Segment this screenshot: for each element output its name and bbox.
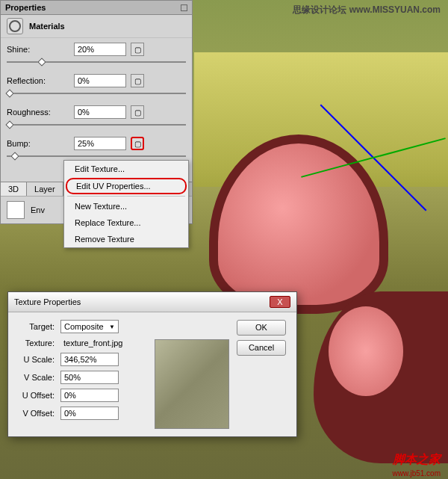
- reflection-label: Reflection:: [7, 76, 74, 85]
- materials-section: Materials: [1, 15, 192, 38]
- dialog-close-button[interactable]: X: [270, 296, 290, 308]
- bump-slider[interactable]: [7, 153, 186, 159]
- materials-icon: [7, 18, 23, 34]
- texture-label: Texture:: [16, 339, 60, 347]
- materials-label: Materials: [29, 22, 65, 31]
- cancel-button[interactable]: Cancel: [237, 340, 286, 356]
- watermark-url: www.jb51.com: [393, 469, 441, 478]
- voffset-label: V Offset:: [16, 409, 60, 418]
- uscale-input[interactable]: [60, 353, 119, 366]
- menu-edit-texture[interactable]: Edit Texture...: [64, 161, 188, 177]
- menu-replace-texture[interactable]: Replace Texture...: [64, 214, 188, 231]
- dialog-title: Texture Properties: [14, 297, 81, 306]
- bump-input[interactable]: [74, 137, 126, 150]
- watermark-bottom: 脚本之家: [393, 452, 441, 468]
- shine-label: Shine:: [7, 45, 74, 54]
- texture-context-menu: Edit Texture... Edit UV Properties... Ne…: [63, 160, 189, 248]
- tab-layer[interactable]: Layer: [27, 182, 63, 196]
- roughness-slider[interactable]: [7, 122, 186, 128]
- vscale-label: V Scale:: [16, 373, 60, 382]
- voffset-input[interactable]: [60, 407, 119, 420]
- env-label: Env: [31, 205, 45, 214]
- bump-texture-button[interactable]: ▢: [131, 137, 144, 150]
- watermark-top: 思缘设计论坛 www.MISSYUAN.com: [293, 4, 441, 16]
- tab-3d[interactable]: 3D: [1, 182, 27, 196]
- ok-button[interactable]: OK: [237, 320, 286, 336]
- texture-preview: [155, 339, 229, 429]
- menu-remove-texture[interactable]: Remove Texture: [64, 231, 188, 247]
- target-label: Target:: [16, 322, 60, 331]
- uoffset-label: U Offset:: [16, 391, 60, 400]
- vscale-input[interactable]: [60, 371, 119, 384]
- reflection-texture-button[interactable]: ▢: [131, 74, 144, 87]
- roughness-input[interactable]: [74, 105, 126, 119]
- uscale-label: U Scale:: [16, 355, 60, 364]
- bump-label: Bump:: [7, 139, 74, 148]
- uoffset-input[interactable]: [60, 389, 119, 402]
- texture-properties-dialog: Texture Properties X Target: Composite T…: [7, 291, 297, 437]
- env-swatch[interactable]: [7, 201, 25, 219]
- panel-menu-icon[interactable]: [181, 4, 187, 11]
- menu-edit-uv-properties[interactable]: Edit UV Properties...: [66, 178, 187, 194]
- reflection-slider[interactable]: [7, 90, 186, 96]
- roughness-label: Roughness:: [7, 108, 74, 117]
- reflection-input[interactable]: [74, 74, 126, 87]
- menu-new-texture[interactable]: New Texture...: [64, 198, 188, 214]
- panel-header[interactable]: Properties: [1, 1, 192, 15]
- shine-slider[interactable]: [7, 59, 186, 65]
- roughness-texture-button[interactable]: ▢: [131, 105, 144, 119]
- menu-separator: [67, 196, 185, 197]
- shine-texture-button[interactable]: ▢: [131, 43, 144, 56]
- dialog-titlebar[interactable]: Texture Properties X: [8, 292, 296, 312]
- texture-filename: texture_front.jpg: [60, 338, 126, 348]
- shine-input[interactable]: [74, 43, 126, 56]
- 3d-object-bench-2: [314, 291, 448, 463]
- panel-title: Properties: [5, 3, 46, 12]
- target-combo[interactable]: Composite: [60, 320, 119, 333]
